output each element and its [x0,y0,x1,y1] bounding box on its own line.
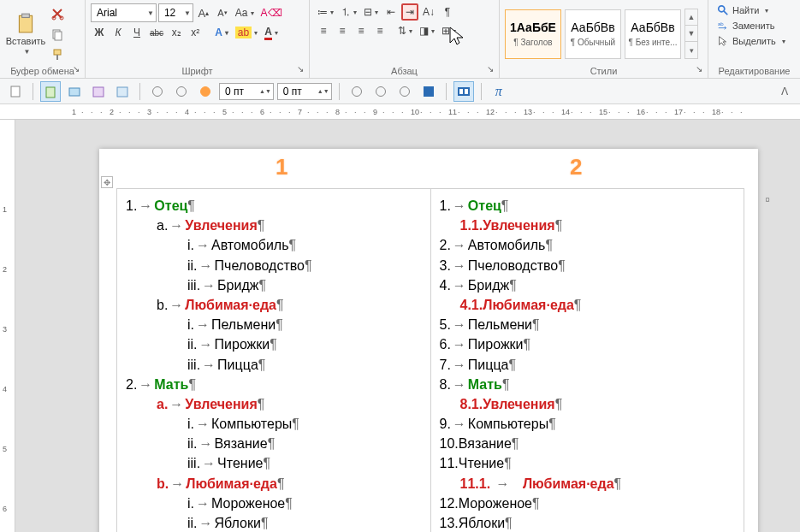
paste-ins-button[interactable] [40,81,61,102]
numbering-button[interactable]: ⒈▾ [338,3,359,21]
bold-button[interactable]: Ж [91,24,108,41]
style-card[interactable]: АаБбВв¶ Без инте... [625,9,681,59]
style-card[interactable]: АаБбВв¶ Обычный [565,9,621,59]
list-item[interactable]: ii.→Вязание¶ [187,434,422,453]
list-item[interactable]: b.→Любимая·еда¶ [157,474,422,494]
list-item[interactable]: 7.→Пицца¶ [440,355,736,375]
style-gallery[interactable]: 1АаБбЕ¶ ЗаголовАаБбВв¶ ОбычныйАаБбВв¶ Бе… [505,9,702,59]
list-item[interactable]: 12.Мороженое¶ [440,494,736,513]
multilevel-button[interactable]: ⊟▾ [361,3,381,21]
strike-button[interactable]: abc [147,24,166,41]
paragraph-launcher[interactable]: ↘ [484,63,495,74]
paste-link-button[interactable] [112,81,133,102]
find-button[interactable]: Найти▾ [714,3,795,17]
list-item[interactable]: 10.Вязание¶ [440,434,736,453]
list-item[interactable]: 11.Чтение¶ [440,453,736,473]
outdent-button[interactable]: ⇤ [382,3,400,21]
font-size-combo[interactable]: 12▼ [158,3,193,22]
show-marks-button[interactable]: ¶ [439,3,456,21]
font-launcher[interactable]: ↘ [294,63,305,74]
list-item[interactable]: a.→Увлечения¶ [157,216,422,235]
opt2-button[interactable] [171,81,192,102]
list-item[interactable]: i.→Автомобиль¶ [187,235,422,255]
select-button[interactable]: Выделить▾ [714,34,795,48]
list-item[interactable]: i.→Пельмени¶ [187,315,422,334]
style-card[interactable]: 1АаБбЕ¶ Заголов [505,9,561,59]
opt3-button[interactable] [195,81,216,102]
paste-button[interactable]: Вставить ▼ [5,7,46,62]
styles-launcher[interactable]: ↘ [693,63,704,74]
new-doc-button[interactable] [5,81,26,102]
replace-button[interactable]: abЗаменить [714,19,795,33]
justify-button[interactable]: ≡ [371,22,388,39]
column-1[interactable]: 1.→Отец¶a.→Увлечения¶i.→Автомобиль¶ii.→П… [116,188,430,532]
list-item[interactable]: ii.→Пчеловодство¶ [187,256,422,275]
italic-button[interactable]: К [110,24,127,41]
clear-format-button[interactable]: A⌫ [258,4,285,21]
column-2[interactable]: 1.→Отец¶1.1.Увлечения¶2.→Автомобиль¶3.→П… [430,188,745,532]
opt4-button[interactable] [347,81,367,102]
line-spacing-button[interactable]: ⇅▾ [395,22,415,39]
indent-right-combo[interactable]: 0 пт▲▼ [277,83,332,100]
list-item[interactable]: ii.→Яблоки¶ [187,513,422,532]
highlight-button[interactable]: ab▾ [233,24,260,41]
list-item[interactable]: 9.→Компьютеры¶ [440,414,736,434]
sort-button[interactable]: A↓ [420,3,437,21]
paste-text-button[interactable] [88,81,109,102]
superscript-button[interactable]: x² [187,24,204,41]
list-item[interactable]: 6.→Пирожки¶ [440,334,736,354]
text-effects-button[interactable]: A▾ [212,24,231,41]
list-item[interactable]: a.→Увлечения¶ [157,394,422,414]
change-case-button[interactable]: Aa▾ [233,4,257,21]
list-item[interactable]: 4.→Бридж¶ [440,275,736,295]
list-item[interactable]: 8.→Мать¶ [440,375,736,394]
list-item[interactable]: 2.→Мать¶ [126,375,422,394]
list-item[interactable]: 8.1.Увлечения¶ [460,394,736,414]
list-item[interactable]: i.→Мороженое¶ [187,494,422,513]
subscript-button[interactable]: x₂ [168,24,185,41]
list-item[interactable]: 13.Яблоки¶ [440,513,736,532]
collapse-ribbon-button[interactable]: ᐱ [774,81,795,102]
bullets-button[interactable]: ≔▾ [315,3,336,21]
opt1-button[interactable] [147,81,168,102]
cut-button[interactable] [48,5,67,22]
indent-left-combo[interactable]: 0 пт▲▼ [219,83,274,100]
shrink-font-button[interactable]: A▾ [214,4,231,21]
opt6-button[interactable] [394,81,415,102]
list-item[interactable]: 5.→Пельмени¶ [440,315,736,334]
align-left-button[interactable]: ≡ [315,22,332,39]
list-item[interactable]: 1.→Отец¶ [440,196,736,216]
borders-button[interactable]: ⊞▾ [439,22,459,39]
list-item[interactable]: 4.1.Любимая·еда¶ [460,295,736,315]
horizontal-ruler[interactable]: 1···2···3···4···5···6···7···8···9···10··… [0,104,800,120]
grow-font-button[interactable]: A▴ [195,4,212,21]
font-color-button[interactable]: A▾ [262,24,281,41]
opt5-button[interactable] [370,81,391,102]
align-right-button[interactable]: ≡ [353,22,370,39]
list-item[interactable]: iii.→Бридж¶ [187,275,422,295]
font-family-combo[interactable]: Arial▼ [91,3,157,22]
list-item[interactable]: 1.→Отец¶ [126,196,422,216]
list-item[interactable]: iii.→Пицца¶ [187,355,422,375]
list-item[interactable]: 3.→Пчеловодство¶ [440,256,736,275]
equation-button[interactable]: π [489,81,509,102]
underline-button[interactable]: Ч [128,24,145,41]
list-item[interactable]: i.→Компьютеры¶ [187,414,422,434]
align-center-button[interactable]: ≡ [334,22,351,39]
list-item[interactable]: b.→Любимая·еда¶ [157,295,422,315]
shading-button[interactable]: ◨▾ [417,22,437,39]
list-item[interactable]: 11.1. → Любимая·еда¶ [460,474,736,494]
indent-button[interactable]: ⇥ [401,3,418,21]
list-item[interactable]: iii.→Чтение¶ [187,453,422,473]
list-item[interactable]: ii.→Пирожки¶ [187,334,422,354]
field-button[interactable] [453,81,474,102]
format-painter-button[interactable] [48,46,67,63]
table-insert-button[interactable] [418,81,439,102]
gallery-scroll[interactable]: ▲▼▾ [684,9,698,59]
vertical-ruler[interactable]: 12345678 [0,120,15,532]
paste-image-button[interactable] [64,81,85,102]
list-item[interactable]: 1.1.Увлечения¶ [460,216,736,235]
document-page[interactable]: ✥ 1 2 ¤ 1.→Отец¶a.→Увлечения¶i.→Автомоби… [99,149,758,532]
clipboard-launcher[interactable]: ↘ [70,63,81,74]
copy-button[interactable] [48,26,67,43]
